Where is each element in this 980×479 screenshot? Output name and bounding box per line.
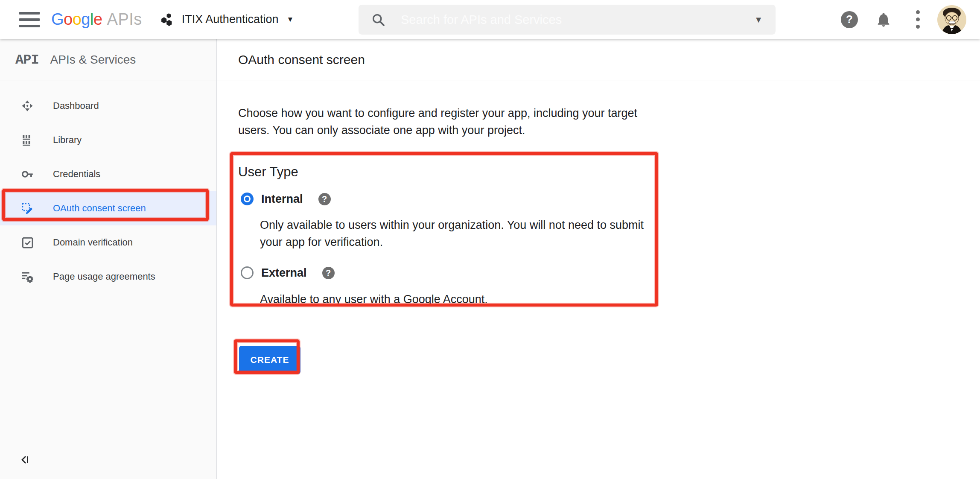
intro-text: Choose how you want to configure and reg… — [238, 105, 665, 139]
sidebar-item-label: Page usage agreements — [53, 271, 155, 282]
external-description: Available to any user with a Google Acco… — [260, 291, 646, 308]
account-button[interactable] — [935, 5, 969, 34]
top-app-bar: Google APIs ITIX Authentication ▼ ▼ — [0, 0, 980, 39]
sidebar-item-credentials[interactable]: Credentials — [0, 157, 216, 191]
chevron-down-icon: ▼ — [286, 15, 294, 24]
content-header: OAuth consent screen — [217, 39, 980, 81]
user-type-heading: User Type — [238, 164, 980, 180]
sidebar-item-oauth-consent-screen[interactable]: OAuth consent screen — [0, 191, 216, 225]
sidebar-item-page-usage-agreements[interactable]: Page usage agreements — [0, 260, 216, 294]
content-body: Choose how you want to configure and reg… — [217, 81, 980, 374]
create-button[interactable]: CREATE — [239, 346, 300, 374]
more-options-button[interactable] — [901, 10, 935, 29]
search-bar: ▼ — [359, 5, 776, 35]
sidebar-item-domain-verification[interactable]: Domain verification — [0, 225, 216, 260]
internal-description: Only available to users within your orga… — [260, 216, 646, 251]
sidebar-item-label: Dashboard — [53, 100, 99, 111]
more-options-icon — [916, 10, 920, 29]
radio-internal[interactable] — [241, 193, 254, 205]
notifications-bell-icon — [875, 11, 892, 28]
sidebar-item-label: Library — [53, 134, 82, 146]
logo-letter: e — [93, 10, 102, 29]
logo-apis-text: APIs — [107, 10, 142, 29]
logo-letter: l — [90, 10, 93, 29]
logo-letter: g — [81, 10, 90, 29]
logo-letter: o — [64, 10, 73, 29]
notifications-button[interactable] — [866, 11, 901, 28]
sidebar-item-dashboard[interactable]: Dashboard — [0, 89, 216, 123]
library-icon — [20, 132, 35, 148]
radio-external-label[interactable]: External — [261, 266, 307, 280]
logo-letter: o — [73, 10, 82, 29]
topbar-actions: ? — [832, 0, 969, 39]
radio-internal-label[interactable]: Internal — [261, 193, 303, 206]
api-logo-glyph: API — [15, 52, 39, 68]
help-button[interactable]: ? — [832, 11, 866, 28]
sidebar-item-library[interactable]: Library — [0, 123, 216, 157]
help-icon[interactable]: ? — [318, 193, 331, 205]
sidebar-header: API APIs & Services — [0, 39, 216, 81]
page-usage-agreements-icon — [20, 269, 35, 284]
project-hexagons-icon — [160, 12, 175, 27]
search-input[interactable] — [401, 13, 754, 27]
google-apis-logo[interactable]: Google APIs — [51, 10, 142, 29]
gcp-console-page: Google APIs ITIX Authentication ▼ ▼ — [0, 0, 980, 479]
sidebar-item-label: OAuth consent screen — [53, 203, 146, 214]
sidebar-nav: Dashboard Library — [0, 81, 216, 294]
collapse-sidebar-button[interactable] — [19, 453, 32, 468]
key-icon — [20, 166, 35, 182]
help-icon[interactable]: ? — [322, 267, 335, 279]
main-content: OAuth consent screen Choose how you want… — [217, 39, 980, 479]
dashboard-icon — [20, 98, 35, 114]
sidebar: API APIs & Services Dashboard — [0, 39, 217, 479]
sidebar-title: APIs & Services — [50, 53, 136, 67]
sidebar-item-label: Domain verification — [53, 237, 133, 248]
user-avatar — [937, 5, 966, 34]
logo-letter: G — [51, 10, 64, 29]
help-icon: ? — [841, 11, 858, 28]
domain-verification-icon — [20, 235, 35, 250]
radio-external[interactable] — [241, 266, 254, 279]
project-name: ITIX Authentication — [182, 13, 279, 26]
search-dropdown-chevron-icon[interactable]: ▼ — [754, 15, 763, 25]
consent-screen-icon — [20, 201, 35, 216]
user-type-option-external: External ? — [238, 265, 980, 280]
search-icon — [371, 12, 385, 27]
page-title: OAuth consent screen — [238, 53, 365, 67]
hamburger-menu-icon[interactable] — [19, 12, 40, 27]
project-selector[interactable]: ITIX Authentication ▼ — [160, 12, 294, 27]
collapse-sidebar-icon — [19, 453, 32, 466]
user-type-option-internal: Internal ? — [238, 191, 980, 207]
sidebar-item-label: Credentials — [53, 169, 100, 180]
